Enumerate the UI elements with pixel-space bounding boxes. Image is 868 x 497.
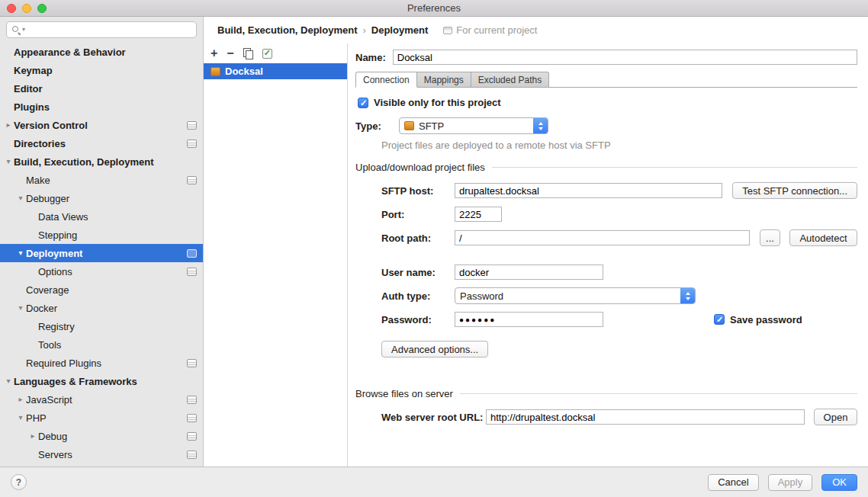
chevron-down-icon[interactable]: ▾ (15, 299, 26, 317)
sidebar-item-label: Deployment (26, 248, 82, 259)
breadcrumb-root[interactable]: Build, Execution, Deployment (217, 24, 357, 36)
tab-mappings[interactable]: Mappings (417, 72, 471, 88)
user-name-row: User name: (381, 265, 857, 280)
sidebar-item-build-execution-deployment[interactable]: ▾Build, Execution, Deployment (0, 152, 203, 171)
auth-type-select[interactable]: Password (455, 287, 696, 304)
add-server-icon[interactable]: + (211, 47, 217, 59)
auth-type-row: Auth type: Password (381, 287, 857, 304)
sidebar-item-data-views[interactable]: Data Views (0, 207, 203, 226)
web-root-input[interactable] (486, 409, 805, 425)
sidebar-item-required-plugins[interactable]: Required Plugins (0, 354, 203, 372)
close-window-button[interactable] (7, 4, 16, 13)
type-select[interactable]: SFTP (399, 117, 548, 134)
sidebar-item-javascript[interactable]: ▸JavaScript (0, 390, 203, 409)
upload-section-header: Upload/download project files (355, 162, 857, 173)
root-path-label: Root path: (381, 232, 455, 244)
servers-toolbar: + − (204, 43, 347, 63)
user-name-input[interactable] (455, 265, 603, 280)
sidebar-item-version-control[interactable]: ▸Version Control (0, 116, 203, 134)
search-options-chevron-icon[interactable]: ▾ (22, 27, 25, 33)
sidebar-item-debug[interactable]: ▸Debug (0, 427, 203, 445)
sidebar-item-php[interactable]: ▾PHP (0, 409, 203, 427)
name-input[interactable] (393, 50, 857, 65)
remove-server-icon[interactable]: − (227, 47, 233, 59)
open-button[interactable]: Open (814, 409, 857, 425)
visible-only-label: Visible only for this project (374, 97, 501, 108)
sidebar-item-debugger[interactable]: ▾Debugger (0, 189, 203, 207)
port-label: Port: (381, 209, 455, 220)
chevron-down-icon[interactable]: ▾ (3, 152, 14, 171)
chevron-down-icon[interactable]: ▾ (15, 244, 26, 262)
cancel-button[interactable]: Cancel (708, 474, 758, 491)
sidebar-item-deployment[interactable]: ▾Deployment (0, 244, 203, 262)
type-row: Type: SFTP (355, 117, 857, 134)
sidebar-item-label: Docker (26, 303, 57, 314)
sidebar-item-label: Registry (38, 321, 75, 332)
chevron-down-icon[interactable]: ▾ (15, 189, 26, 207)
sidebar-item-keymap[interactable]: Keymap (0, 61, 203, 79)
sidebar-item-label: Version Control (14, 120, 88, 131)
use-as-default-icon[interactable] (262, 49, 272, 59)
save-password-checkbox[interactable] (714, 314, 725, 325)
server-list-item-docksal[interactable]: Docksal (204, 63, 347, 79)
visible-only-checkbox[interactable] (358, 98, 368, 108)
ok-button[interactable]: OK (821, 474, 857, 491)
sidebar-item-appearance-behavior[interactable]: Appearance & Behavior (0, 43, 203, 61)
sidebar-item-registry[interactable]: Registry (0, 317, 203, 335)
chevron-right-icon[interactable]: ▸ (27, 427, 38, 445)
main-area: Build, Execution, Deployment › Deploymen… (204, 17, 868, 467)
server-name: Docksal (225, 66, 263, 77)
settings-sidebar: ▾ Appearance & BehaviorKeymapEditorPlugi… (0, 17, 204, 467)
chevron-down-icon[interactable]: ▾ (3, 372, 14, 390)
sidebar-item-label: Stepping (38, 229, 77, 241)
minimize-window-button[interactable] (22, 4, 31, 13)
section-divider (492, 167, 857, 168)
web-root-row: Web server root URL: Open (381, 409, 857, 425)
zoom-window-button[interactable] (37, 4, 47, 13)
autodetect-button[interactable]: Autodetect (789, 229, 857, 246)
copy-server-icon[interactable] (243, 48, 253, 59)
servers-panel: + − Docksal (204, 43, 348, 467)
sidebar-item-label: Editor (14, 83, 43, 95)
sidebar-item-coverage[interactable]: Coverage (0, 281, 203, 299)
sidebar-item-editor[interactable]: Editor (0, 79, 203, 98)
sidebar-item-options[interactable]: Options (0, 262, 203, 281)
type-hint: Project files are deployed to a remote h… (381, 139, 857, 151)
root-path-input[interactable] (455, 230, 750, 245)
sidebar-item-directories[interactable]: Directories (0, 134, 203, 152)
sidebar-item-languages-frameworks[interactable]: ▾Languages & Frameworks (0, 372, 203, 390)
apply-button[interactable]: Apply (768, 474, 813, 491)
sftp-host-input[interactable] (455, 183, 722, 198)
sidebar-item-plugins[interactable]: Plugins (0, 98, 203, 116)
sidebar-item-tools[interactable]: Tools (0, 335, 203, 354)
password-row: Password: Save password (381, 312, 857, 327)
sftp-type-icon (404, 121, 414, 130)
sidebar-item-servers[interactable]: Servers (0, 445, 203, 463)
browse-root-path-button[interactable]: ... (760, 229, 780, 246)
visible-only-row: Visible only for this project (358, 97, 857, 108)
tab-excluded-paths[interactable]: Excluded Paths (471, 72, 549, 88)
project-settings-icon (187, 414, 197, 422)
sidebar-item-label: Data Views (38, 211, 88, 223)
tab-connection[interactable]: Connection (355, 72, 417, 88)
name-row: Name: (355, 50, 857, 65)
search-input[interactable] (27, 24, 191, 37)
dropdown-stepper-icon[interactable] (533, 117, 548, 134)
settings-search-field[interactable]: ▾ (6, 21, 197, 38)
chevron-down-icon[interactable]: ▾ (15, 409, 26, 427)
test-sftp-connection-button[interactable]: Test SFTP connection... (732, 182, 857, 199)
sidebar-item-make[interactable]: Make (0, 171, 203, 189)
chevron-right-icon[interactable]: ▸ (3, 116, 14, 134)
advanced-options-button[interactable]: Advanced options... (381, 341, 488, 358)
chevron-right-icon[interactable]: ▸ (15, 390, 26, 409)
dropdown-stepper-icon[interactable] (680, 287, 695, 304)
title-bar: Preferences (0, 0, 868, 17)
password-input[interactable] (455, 312, 603, 327)
current-project-icon (443, 27, 452, 34)
sidebar-item-docker[interactable]: ▾Docker (0, 299, 203, 317)
port-input[interactable] (455, 207, 502, 222)
sidebar-item-stepping[interactable]: Stepping (0, 226, 203, 244)
name-label: Name: (355, 52, 386, 63)
sidebar-item-label: Plugins (14, 101, 50, 113)
help-button[interactable]: ? (11, 474, 27, 490)
